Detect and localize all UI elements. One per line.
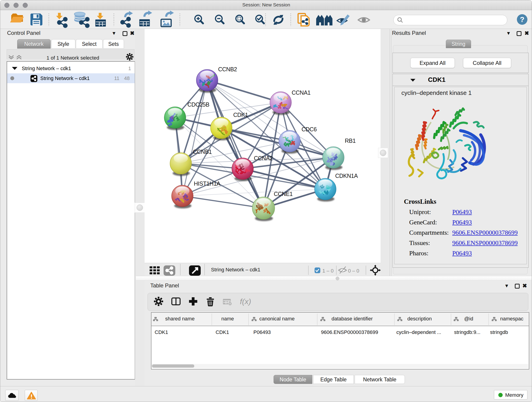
svg-text:CDC25B: CDC25B xyxy=(187,101,209,108)
svg-text:CCNB1: CCNB1 xyxy=(193,148,212,155)
svg-text:0 – 0: 0 – 0 xyxy=(348,268,359,274)
svg-text:1 – 0: 1 – 0 xyxy=(322,268,334,274)
svg-text:HIST1H1A: HIST1H1A xyxy=(194,180,220,187)
svg-text:CDK1: CDK1 xyxy=(233,112,248,118)
svg-text:CCNE1: CCNE1 xyxy=(274,191,293,197)
svg-text:CCNB2: CCNB2 xyxy=(218,66,237,72)
svg-text:CCNA2: CCNA2 xyxy=(254,155,273,161)
svg-text:CDC6: CDC6 xyxy=(302,126,317,133)
svg-text:f(x): f(x) xyxy=(240,297,251,306)
svg-text:RB1: RB1 xyxy=(345,138,355,144)
svg-text:CDKN1A: CDKN1A xyxy=(335,172,358,179)
svg-text:CCNA1: CCNA1 xyxy=(292,89,310,96)
